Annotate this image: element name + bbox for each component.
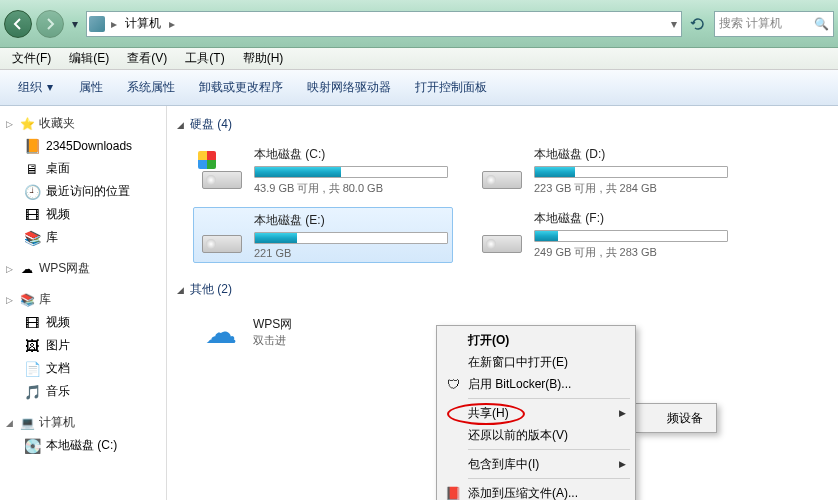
context-menu-item[interactable]: 打开(O) xyxy=(440,329,632,351)
drive-icon xyxy=(478,215,526,255)
address-dropdown[interactable]: ▾ xyxy=(669,17,679,31)
menu-help[interactable]: 帮助(H) xyxy=(235,48,292,69)
context-menu-item[interactable]: 🛡启用 BitLocker(B)... xyxy=(440,373,632,395)
sidebar-lib-documents[interactable]: 📄文档 xyxy=(0,357,166,380)
toolbar-organize[interactable]: 组织 ▾ xyxy=(8,75,65,100)
context-menu-item[interactable]: 包含到库中(I)▶ xyxy=(440,453,632,475)
menu-item-label: 包含到库中(I) xyxy=(468,456,539,473)
sidebar-libraries-header[interactable]: ▷📚库 xyxy=(0,288,166,311)
sidebar-item-downloads[interactable]: 📙2345Downloads xyxy=(0,135,166,157)
computer-icon: 💻 xyxy=(19,415,35,431)
sidebar-item-recent[interactable]: 🕘最近访问的位置 xyxy=(0,180,166,203)
toolbar-system-properties[interactable]: 系统属性 xyxy=(117,75,185,100)
toolbar-properties[interactable]: 属性 xyxy=(69,75,113,100)
context-submenu: 频设备 xyxy=(635,403,717,433)
drive-usage-bar xyxy=(254,166,448,178)
search-box[interactable]: 搜索 计算机 🔍 xyxy=(714,11,834,37)
search-placeholder: 搜索 计算机 xyxy=(719,15,782,32)
menu-item-label: 在新窗口中打开(E) xyxy=(468,354,568,371)
breadcrumb-computer[interactable]: 计算机 xyxy=(123,13,163,34)
other-item-sub: 双击进 xyxy=(253,333,292,348)
library-icon: 📚 xyxy=(24,230,40,246)
menu-view[interactable]: 查看(V) xyxy=(119,48,175,69)
refresh-button[interactable] xyxy=(686,12,710,36)
sidebar-lib-music[interactable]: 🎵音乐 xyxy=(0,380,166,403)
submenu-arrow-icon: ▶ xyxy=(619,459,626,469)
sidebar-lib-pictures[interactable]: 🖼图片 xyxy=(0,334,166,357)
menu-file[interactable]: 文件(F) xyxy=(4,48,59,69)
toolbar: 组织 ▾ 属性 系统属性 卸载或更改程序 映射网络驱动器 打开控制面板 xyxy=(0,70,838,106)
menu-edit[interactable]: 编辑(E) xyxy=(61,48,117,69)
context-menu-item[interactable]: 还原以前的版本(V) xyxy=(440,424,632,446)
menu-item-label: 共享(H) xyxy=(468,405,509,422)
sidebar-wps-header[interactable]: ▷☁WPS网盘 xyxy=(0,257,166,280)
address-bar[interactable]: ▸ 计算机 ▸ ▾ xyxy=(86,11,682,37)
breadcrumb-sep: ▸ xyxy=(109,17,119,31)
toolbar-control-panel[interactable]: 打开控制面板 xyxy=(405,75,497,100)
nav-history-dropdown[interactable]: ▾ xyxy=(68,10,82,38)
menubar: 文件(F) 编辑(E) 查看(V) 工具(T) 帮助(H) xyxy=(0,48,838,70)
drive-icon xyxy=(198,215,246,255)
drive-item[interactable]: 本地磁盘 (F:)249 GB 可用 , 共 283 GB xyxy=(473,207,733,263)
drive-icon xyxy=(478,151,526,191)
drive-stat: 249 GB 可用 , 共 283 GB xyxy=(534,245,728,260)
menu-item-icon: 📕 xyxy=(445,485,461,500)
section-hdd-header[interactable]: ◢硬盘 (4) xyxy=(177,112,828,137)
toolbar-map-drive[interactable]: 映射网络驱动器 xyxy=(297,75,401,100)
nav-forward-button[interactable] xyxy=(36,10,64,38)
star-icon: ⭐ xyxy=(19,116,35,132)
drive-name: 本地磁盘 (F:) xyxy=(534,210,728,227)
submenu-arrow-icon: ▶ xyxy=(619,408,626,418)
context-menu-item[interactable]: 在新窗口中打开(E) xyxy=(440,351,632,373)
sidebar: ▷⭐收藏夹 📙2345Downloads 🖥桌面 🕘最近访问的位置 🎞视频 📚库… xyxy=(0,106,167,500)
drive-name: 本地磁盘 (C:) xyxy=(254,146,448,163)
menu-separator xyxy=(468,398,630,399)
context-menu-item[interactable]: 共享(H)▶ xyxy=(440,402,632,424)
sidebar-drive-c[interactable]: 💽本地磁盘 (C:) xyxy=(0,434,166,457)
menu-separator xyxy=(468,478,630,479)
sidebar-item-desktop[interactable]: 🖥桌面 xyxy=(0,157,166,180)
menu-item-label: 还原以前的版本(V) xyxy=(468,427,568,444)
drive-name: 本地磁盘 (D:) xyxy=(534,146,728,163)
video-icon: 🎞 xyxy=(24,315,40,331)
drive-stat: 221 GB xyxy=(254,247,448,259)
breadcrumb-sep: ▸ xyxy=(167,17,177,31)
drive-icon xyxy=(198,151,246,191)
menu-item-label: 启用 BitLocker(B)... xyxy=(468,376,571,393)
menu-separator xyxy=(468,449,630,450)
section-other-header[interactable]: ◢其他 (2) xyxy=(177,277,828,302)
context-menu: 打开(O)在新窗口中打开(E)🛡启用 BitLocker(B)...共享(H)▶… xyxy=(436,325,636,500)
drive-icon: 💽 xyxy=(24,438,40,454)
sidebar-item-video[interactable]: 🎞视频 xyxy=(0,203,166,226)
cloud-icon: ☁ xyxy=(197,312,245,352)
pictures-icon: 🖼 xyxy=(24,338,40,354)
sidebar-lib-video[interactable]: 🎞视频 xyxy=(0,311,166,334)
drive-usage-bar xyxy=(534,166,728,178)
recent-icon: 🕘 xyxy=(24,184,40,200)
desktop-icon: 🖥 xyxy=(24,161,40,177)
computer-icon xyxy=(89,16,105,32)
context-menu-item[interactable]: 📕添加到压缩文件(A)... xyxy=(440,482,632,500)
drive-item[interactable]: 本地磁盘 (D:)223 GB 可用 , 共 284 GB xyxy=(473,143,733,199)
drive-usage-bar xyxy=(254,232,448,244)
menu-tools[interactable]: 工具(T) xyxy=(177,48,232,69)
other-item-wps[interactable]: ☁ WPS网双击进 xyxy=(193,308,453,356)
video-icon: 🎞 xyxy=(24,207,40,223)
sidebar-item-lib[interactable]: 📚库 xyxy=(0,226,166,249)
drive-item[interactable]: 本地磁盘 (E:)221 GB xyxy=(193,207,453,263)
sidebar-favorites-header[interactable]: ▷⭐收藏夹 xyxy=(0,112,166,135)
folder-icon: 📙 xyxy=(24,138,40,154)
library-icon: 📚 xyxy=(19,292,35,308)
documents-icon: 📄 xyxy=(24,361,40,377)
nav-back-button[interactable] xyxy=(4,10,32,38)
cloud-icon: ☁ xyxy=(19,261,35,277)
submenu-item[interactable]: 频设备 xyxy=(639,407,713,429)
menu-item-icon: 🛡 xyxy=(445,376,461,392)
main-pane: ◢硬盘 (4) 本地磁盘 (C:)43.9 GB 可用 , 共 80.0 GB本… xyxy=(167,106,838,500)
toolbar-uninstall[interactable]: 卸载或更改程序 xyxy=(189,75,293,100)
sidebar-computer-header[interactable]: ◢💻计算机 xyxy=(0,411,166,434)
menu-item-label: 打开(O) xyxy=(468,332,509,349)
drive-item[interactable]: 本地磁盘 (C:)43.9 GB 可用 , 共 80.0 GB xyxy=(193,143,453,199)
other-item-title: WPS网 xyxy=(253,316,292,333)
drive-usage-bar xyxy=(534,230,728,242)
